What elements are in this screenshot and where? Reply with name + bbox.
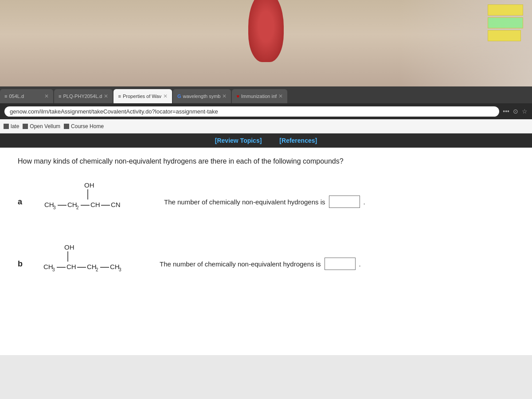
tab-label-054l: 054L.d <box>9 94 43 99</box>
bookmark-label-late: late <box>11 123 19 129</box>
more-icon[interactable]: ••• <box>503 108 509 115</box>
compound-a-structure: OH CH 3 CH 2 CH CN <box>40 180 151 224</box>
compound-a-answer-suffix: . <box>364 198 365 206</box>
svg-text:CH: CH <box>44 201 54 208</box>
svg-text:2: 2 <box>96 267 98 272</box>
svg-text:CH: CH <box>66 263 76 270</box>
compound-b-answer-input[interactable] <box>325 258 356 270</box>
address-bar: ••• ⊙ ☆ <box>0 103 532 119</box>
compound-b-answer-text: The number of chemically non-equivalent … <box>160 258 514 270</box>
svg-text:3: 3 <box>119 267 121 272</box>
url-input[interactable] <box>4 106 499 117</box>
compound-b-label: b <box>18 259 27 269</box>
tab-close-immunization[interactable]: ✕ <box>278 93 283 99</box>
bookmark-icon-course-home <box>64 124 69 129</box>
bookmarks-bar: late Open Vellum Course Home <box>0 119 532 133</box>
tab-bar: ≡ 054L.d ✕ ≡ PLQ-PHY2054L.d ✕ ≡ Properti… <box>0 86 532 103</box>
bookmark-star-icon[interactable]: ☆ <box>522 108 528 115</box>
compound-a-label: a <box>18 197 27 207</box>
tab-label-properties: Properties of Wav <box>123 94 161 99</box>
tab-icon-plq: ≡ <box>59 94 61 99</box>
tab-wavelength[interactable]: G wavelength symb ✕ <box>173 89 231 103</box>
tab-close-properties[interactable]: ✕ <box>163 93 168 99</box>
svg-text:3: 3 <box>53 205 56 210</box>
svg-text:OH: OH <box>84 181 94 189</box>
compound-a-answer-prefix: The number of chemically non-equivalent … <box>164 198 325 206</box>
tab-properties[interactable]: ≡ Properties of Wav ✕ <box>113 89 172 103</box>
tab-label-immunization: Immunization inf <box>241 94 277 99</box>
download-icon[interactable]: ⊙ <box>513 108 518 115</box>
svg-text:3: 3 <box>52 267 55 272</box>
svg-text:CH: CH <box>87 263 97 270</box>
bookmark-icon-vellum <box>23 124 28 129</box>
compound-b-row: b OH CH 3 CH CH 2 CH <box>18 242 514 286</box>
tab-icon-properties: ≡ <box>118 94 121 99</box>
tab-icon-054l: ≡ <box>4 94 7 99</box>
tab-plq[interactable]: ≡ PLQ-PHY2054L.d ✕ <box>54 89 113 103</box>
bookmark-late[interactable]: late <box>4 123 19 129</box>
tab-immunization[interactable]: ♥ Immunization inf ✕ <box>232 89 287 103</box>
compound-a-row: a OH CH 3 CH 2 CH CN <box>18 180 514 224</box>
question-text: How many kinds of chemically non-equival… <box>18 156 514 166</box>
references-link[interactable]: [References] <box>279 137 317 144</box>
compound-a-answer-text: The number of chemically non-equivalent … <box>164 196 514 208</box>
svg-text:2: 2 <box>76 205 79 210</box>
background-photo <box>0 0 532 86</box>
tab-icon-immunization: ♥ <box>236 94 239 99</box>
bookmark-label-course-home: Course Home <box>71 123 104 129</box>
question-area: How many kinds of chemically non-equival… <box>0 148 532 313</box>
svg-text:OH: OH <box>64 243 74 251</box>
svg-text:CH: CH <box>110 263 120 270</box>
content-toolbar: [Review Topics] [References] <box>0 133 532 148</box>
svg-text:CH: CH <box>43 263 53 270</box>
bookmark-icon-late <box>4 124 9 129</box>
tab-label-plq: PLQ-PHY2054L.d <box>63 94 102 99</box>
bookmark-open-vellum[interactable]: Open Vellum <box>23 123 60 129</box>
review-topics-link[interactable]: [Review Topics] <box>215 137 262 144</box>
tab-close-054l[interactable]: ✕ <box>44 93 49 99</box>
compound-a-answer-input[interactable] <box>329 196 360 208</box>
tab-label-wavelength: wavelength symb <box>183 94 220 99</box>
main-content: [Review Topics] [References] How many ki… <box>0 133 532 355</box>
svg-text:CH: CH <box>90 201 100 208</box>
address-icons: ••• ⊙ ☆ <box>503 108 528 115</box>
compound-b-structure: OH CH 3 CH CH 2 CH 3 <box>40 242 146 286</box>
compound-b-svg: OH CH 3 CH CH 2 CH 3 <box>40 242 146 286</box>
tab-close-wavelength[interactable]: ✕ <box>222 93 227 99</box>
browser-chrome: ≡ 054L.d ✕ ≡ PLQ-PHY2054L.d ✕ ≡ Properti… <box>0 86 532 133</box>
tab-054l[interactable]: ≡ 054L.d ✕ <box>0 89 53 103</box>
compound-b-answer-suffix: . <box>359 260 361 268</box>
compound-b-answer-prefix: The number of chemically non-equivalent … <box>160 260 321 268</box>
compound-a-svg: OH CH 3 CH 2 CH CN <box>40 180 151 224</box>
svg-text:CN: CN <box>111 201 121 208</box>
tab-icon-wavelength: G <box>177 94 181 99</box>
svg-text:CH: CH <box>67 201 77 208</box>
tab-close-plq[interactable]: ✕ <box>104 93 108 99</box>
bookmark-label-vellum: Open Vellum <box>30 123 60 129</box>
sticky-notes <box>488 4 523 41</box>
bookmark-course-home[interactable]: Course Home <box>64 123 104 129</box>
